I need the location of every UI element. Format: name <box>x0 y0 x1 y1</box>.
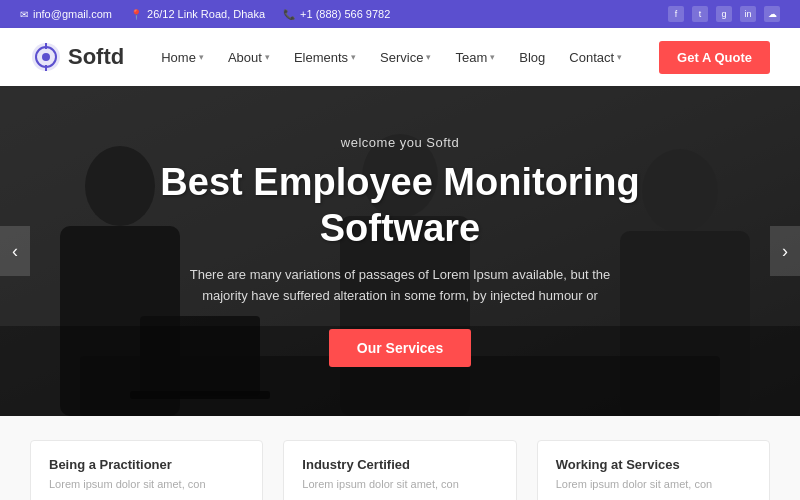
hero-prev-button[interactable]: ‹ <box>0 226 30 276</box>
top-bar-left: ✉ info@gmail.com 📍 26/12 Link Road, Dhak… <box>20 8 390 20</box>
address-text: 26/12 Link Road, Dhaka <box>147 8 265 20</box>
googleplus-icon[interactable]: g <box>716 6 732 22</box>
logo[interactable]: Softd <box>30 41 124 73</box>
nav-blog[interactable]: Blog <box>509 44 555 71</box>
feature-card-1: Industry Certified Lorem ipsum dolor sit… <box>283 440 516 500</box>
nav-service[interactable]: Service ▾ <box>370 44 441 71</box>
location-icon: 📍 <box>130 9 142 20</box>
nav-home[interactable]: Home ▾ <box>151 44 214 71</box>
facebook-icon[interactable]: f <box>668 6 684 22</box>
hero-title-line2: Software <box>320 207 480 249</box>
nav-about[interactable]: About ▾ <box>218 44 280 71</box>
social-links: f t g in ☁ <box>668 6 780 22</box>
chevron-down-icon: ▾ <box>351 52 356 62</box>
logo-icon <box>30 41 62 73</box>
feature-text-1: Lorem ipsum dolor sit amet, con <box>302 478 497 490</box>
chevron-down-icon: ▾ <box>199 52 204 62</box>
email-info: ✉ info@gmail.com <box>20 8 112 20</box>
hero-subtitle: welcome you Softd <box>341 135 459 150</box>
feature-title-2: Working at Services <box>556 457 751 472</box>
top-bar: ✉ info@gmail.com 📍 26/12 Link Road, Dhak… <box>0 0 800 28</box>
logo-text: Softd <box>68 44 124 70</box>
hero-title: Best Employee Monitoring Software <box>160 160 639 251</box>
feature-text-0: Lorem ipsum dolor sit amet, con <box>49 478 244 490</box>
phone-info: 📞 +1 (888) 566 9782 <box>283 8 390 20</box>
hero-section: welcome you Softd Best Employee Monitori… <box>0 86 800 416</box>
feature-card-0: Being a Practitioner Lorem ipsum dolor s… <box>30 440 263 500</box>
hero-next-button[interactable]: › <box>770 226 800 276</box>
feature-text-2: Lorem ipsum dolor sit amet, con <box>556 478 751 490</box>
feature-card-2: Working at Services Lorem ipsum dolor si… <box>537 440 770 500</box>
hero-title-line1: Best Employee Monitoring <box>160 161 639 203</box>
twitter-icon[interactable]: t <box>692 6 708 22</box>
instagram-icon[interactable]: in <box>740 6 756 22</box>
svg-point-2 <box>42 53 50 61</box>
feature-title-1: Industry Certified <box>302 457 497 472</box>
chevron-down-icon: ▾ <box>426 52 431 62</box>
our-services-button[interactable]: Our Services <box>329 329 471 367</box>
chevron-down-icon: ▾ <box>490 52 495 62</box>
cloud-icon[interactable]: ☁ <box>764 6 780 22</box>
email-icon: ✉ <box>20 9 28 20</box>
phone-text: +1 (888) 566 9782 <box>300 8 390 20</box>
chevron-down-icon: ▾ <box>617 52 622 62</box>
nav-team[interactable]: Team ▾ <box>445 44 505 71</box>
get-quote-button[interactable]: Get A Quote <box>659 41 770 74</box>
feature-section: Being a Practitioner Lorem ipsum dolor s… <box>0 416 800 500</box>
address-info: 📍 26/12 Link Road, Dhaka <box>130 8 265 20</box>
nav-links: Home ▾ About ▾ Elements ▾ Service ▾ Team… <box>151 44 632 71</box>
feature-title-0: Being a Practitioner <box>49 457 244 472</box>
nav-contact[interactable]: Contact ▾ <box>559 44 632 71</box>
hero-description: There are many variations of passages of… <box>180 265 620 307</box>
nav-elements[interactable]: Elements ▾ <box>284 44 366 71</box>
navbar: Softd Home ▾ About ▾ Elements ▾ Service … <box>0 28 800 86</box>
chevron-down-icon: ▾ <box>265 52 270 62</box>
email-text: info@gmail.com <box>33 8 112 20</box>
hero-content: welcome you Softd Best Employee Monitori… <box>0 86 800 416</box>
phone-icon: 📞 <box>283 9 295 20</box>
